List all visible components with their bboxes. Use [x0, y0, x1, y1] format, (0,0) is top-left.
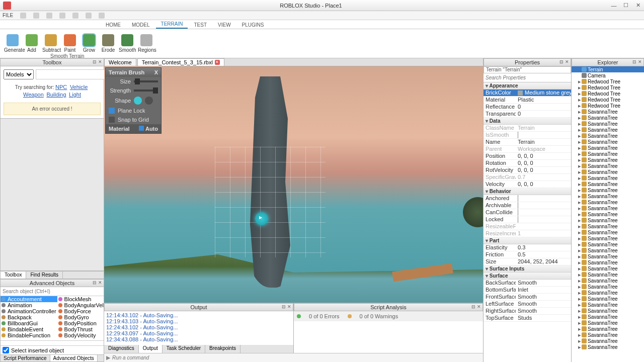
prop-row[interactable]: Friction0.5	[484, 251, 571, 258]
prop-row[interactable]: Anchored	[484, 195, 571, 202]
tool-generate[interactable]: Generate	[4, 34, 21, 53]
adv-item[interactable]: BodyGyro	[57, 314, 104, 320]
file-menu[interactable]: FILE	[3, 13, 13, 18]
prop-row[interactable]: ClassNameTerrain	[484, 125, 571, 132]
pin-icon[interactable]: ⊟	[632, 59, 637, 64]
explorer-item[interactable]: ▸SavannaTree	[572, 344, 644, 350]
explorer-item[interactable]: ▸Redwood Tree	[572, 97, 644, 103]
maximize-button[interactable]: ☐	[620, 1, 632, 10]
explorer-item[interactable]: ▸SavannaTree	[572, 253, 644, 259]
prop-row[interactable]: ResizeableFaces	[484, 223, 571, 230]
explorer-item[interactable]: ▸SavannaTree	[572, 338, 644, 344]
doc-tab[interactable]: Terrain_Contest_5_3_15.rbxl✕	[137, 58, 224, 66]
prop-category[interactable]: Part	[484, 237, 571, 244]
tab-script-performance[interactable]: Script Performance	[1, 355, 50, 361]
explorer-item[interactable]: ▸SavannaTree	[572, 284, 644, 290]
ribbon-tab-terrain[interactable]: TERRAIN	[156, 20, 188, 29]
adv-search-input[interactable]	[1, 287, 104, 296]
prop-row[interactable]: BackSurfaceSmooth	[484, 280, 571, 287]
tool-add[interactable]: Add	[23, 34, 40, 53]
output-log[interactable]: 12:14:43.102 - Auto-Saving...12:19:43.10…	[104, 311, 293, 345]
adv-item[interactable]: BillboardGui	[1, 320, 57, 326]
ribbon-tab-view[interactable]: VIEW	[213, 21, 236, 29]
adv-item[interactable]: BodyVelocity	[57, 332, 104, 338]
shape-cube-icon[interactable]	[145, 97, 153, 105]
explorer-item[interactable]: ▸SavannaTree	[572, 247, 644, 253]
explorer-item[interactable]: ▸Redwood Tree	[572, 90, 644, 97]
minimize-button[interactable]: —	[608, 1, 620, 10]
prop-category[interactable]: Behavior	[484, 188, 571, 195]
checkbox-icon[interactable]	[518, 216, 569, 223]
pin-icon[interactable]: ⊟	[92, 59, 97, 64]
adv-item[interactable]: BodyPosition	[57, 320, 104, 326]
adv-item[interactable]: BindableFunction	[1, 332, 57, 338]
prop-row[interactable]: Rotation0, 0, 0	[484, 160, 571, 167]
pin-icon[interactable]: ⊟	[471, 304, 476, 309]
checkbox-icon[interactable]	[518, 195, 569, 202]
explorer-item[interactable]: ▸SavannaTree	[572, 332, 644, 338]
explorer-item[interactable]: ▸SavannaTree	[572, 199, 644, 205]
prop-row[interactable]: TopSurfaceStuds	[484, 315, 571, 322]
explorer-item[interactable]: Camera	[572, 72, 644, 78]
prop-row[interactable]: ResizeIncrement1	[484, 230, 571, 237]
shape-sphere-icon[interactable]	[134, 97, 142, 105]
close-icon[interactable]: ✕	[476, 304, 481, 309]
viewport-3d[interactable]: Terrain BrushX Size Strength Shape Plane…	[104, 66, 483, 303]
tab-output[interactable]: Output	[139, 345, 163, 353]
checkbox-icon[interactable]	[518, 202, 569, 209]
hint-link[interactable]: Light	[69, 92, 81, 98]
plane-lock-checkbox[interactable]	[109, 108, 115, 114]
strength-slider[interactable]	[134, 89, 158, 92]
tab-advanced-objects[interactable]: Advanced Objects	[50, 355, 98, 361]
explorer-item[interactable]: Terrain	[572, 66, 644, 72]
prop-row[interactable]: CanCollide	[484, 209, 571, 216]
explorer-item[interactable]: ▸SavannaTree	[572, 229, 644, 235]
explorer-item[interactable]: ▸SavannaTree	[572, 181, 644, 187]
explorer-item[interactable]: ▸SavannaTree	[572, 205, 644, 211]
explorer-item[interactable]: ▸SavannaTree	[572, 127, 644, 133]
close-icon[interactable]: ✕	[215, 60, 220, 65]
ribbon-tab-plugins[interactable]: PLUGINS	[237, 21, 269, 29]
prop-category[interactable]: Surface Inputs	[484, 265, 571, 273]
prop-row[interactable]: Reflectance0	[484, 104, 571, 111]
explorer-item[interactable]: ▸Redwood Tree	[572, 78, 644, 84]
play-icon[interactable]	[86, 13, 92, 19]
close-icon[interactable]: ✕	[565, 59, 570, 64]
adv-item[interactable]: BodyForce	[57, 308, 104, 314]
save-icon[interactable]	[46, 13, 52, 19]
toolbox-category-select[interactable]: Models	[4, 69, 34, 79]
hint-link[interactable]: NPC	[55, 84, 67, 90]
close-icon[interactable]: ✕	[98, 59, 103, 64]
ribbon-tab-home[interactable]: HOME	[101, 21, 126, 29]
adv-item[interactable]: Accoutrement	[1, 296, 57, 302]
explorer-item[interactable]: ▸SavannaTree	[572, 308, 644, 314]
prop-row[interactable]: ParentWorkspace	[484, 146, 571, 153]
pin-icon[interactable]: ⊟	[559, 59, 564, 64]
run-icon[interactable]: ▶	[106, 354, 110, 361]
expand-icon[interactable]: ▸	[578, 344, 582, 350]
tool-subtract[interactable]: Subtract	[42, 34, 59, 53]
prop-category[interactable]: Data	[484, 118, 571, 125]
undo-icon[interactable]	[59, 13, 65, 19]
explorer-item[interactable]: ▸SavannaTree	[572, 241, 644, 247]
prop-row[interactable]: SpecificGravity0.7	[484, 174, 571, 181]
explorer-item[interactable]: ▸SavannaTree	[572, 272, 644, 278]
tab-find-results[interactable]: Find Results	[26, 272, 63, 279]
explorer-item[interactable]: ▸SavannaTree	[572, 223, 644, 229]
ribbon-tab-model[interactable]: MODEL	[127, 21, 155, 29]
adv-item[interactable]: BodyThrust	[57, 326, 104, 332]
checkbox-icon[interactable]	[518, 209, 569, 216]
close-icon[interactable]: ✕	[98, 280, 103, 285]
redo-icon[interactable]	[72, 13, 78, 19]
tab-toolbox[interactable]: Toolbox	[1, 272, 26, 279]
tool-paint[interactable]: Paint	[61, 34, 78, 53]
prop-row[interactable]: MaterialPlastic	[484, 97, 571, 104]
doc-tab[interactable]: Welcome	[104, 58, 136, 66]
auto-checkbox[interactable]	[139, 126, 144, 131]
ribbon-tab-test[interactable]: TEST	[189, 21, 212, 29]
close-icon[interactable]: ✕	[637, 59, 642, 64]
explorer-item[interactable]: ▸SavannaTree	[572, 193, 644, 199]
explorer-item[interactable]: ▸SavannaTree	[572, 139, 644, 145]
command-input[interactable]	[112, 355, 481, 360]
prop-row[interactable]: Velocity0, 0, 0	[484, 181, 571, 188]
